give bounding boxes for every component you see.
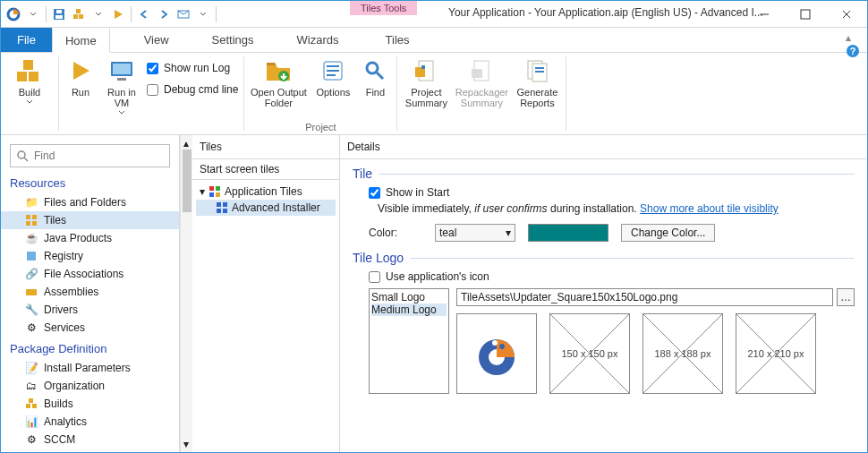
svg-line-35 [24, 158, 28, 161]
params-icon: 📝 [24, 361, 38, 375]
collapse-icon[interactable]: ▾ [200, 185, 205, 198]
nav-files-folders[interactable]: 📁Files and Folders [1, 193, 179, 211]
left-scrollbar[interactable]: ▴ ▾ [180, 135, 192, 452]
nav-organization[interactable]: 🗂Organization [1, 377, 179, 395]
tab-view[interactable]: View [132, 28, 182, 52]
open-output-folder-button[interactable]: Open Output Folder [250, 56, 307, 108]
scroll-down-icon[interactable]: ▾ [183, 438, 189, 450]
qat-chevron-icon[interactable] [196, 7, 210, 21]
color-swatch [528, 224, 608, 242]
logo-path-field[interactable]: TileAssets\Updater_Square150x150Logo.png [456, 288, 833, 306]
sccm-icon: ⚙ [24, 432, 38, 447]
qat-chevron-icon[interactable] [26, 7, 40, 21]
scroll-thumb[interactable] [183, 150, 191, 212]
help-icon[interactable]: ? [846, 44, 860, 58]
nav-file-assoc[interactable]: 🔗File Associations [1, 265, 179, 283]
generate-reports-button[interactable]: Generate Reports [514, 56, 560, 108]
svg-text:?: ? [850, 46, 856, 56]
svg-point-56 [492, 340, 498, 346]
find-box[interactable] [10, 144, 170, 167]
main-tabs: File Home View Settings Wizards Tiles ▴ … [1, 28, 867, 53]
builds-icon [24, 397, 38, 411]
build-label: Build [19, 87, 40, 98]
change-color-button[interactable]: Change Color... [621, 224, 715, 242]
minimize-button[interactable] [744, 1, 785, 27]
close-button[interactable] [826, 1, 867, 27]
tab-settings[interactable]: Settings [200, 28, 267, 52]
browse-button[interactable]: … [837, 288, 855, 306]
options-button[interactable]: Options [312, 56, 353, 98]
nav-drivers[interactable]: 🔧Drivers [1, 301, 179, 319]
logo-slot-188[interactable]: 188 x 188 px [642, 313, 723, 394]
svg-rect-43 [32, 404, 37, 408]
logo-slot-210[interactable]: 210 x 210 px [736, 313, 816, 394]
scroll-up-icon[interactable]: ▴ [183, 137, 189, 150]
run-in-vm-button[interactable]: Run in VM [102, 56, 141, 115]
run-label: Run [72, 87, 89, 98]
svg-line-24 [377, 73, 383, 79]
use-app-icon-check[interactable]: Use application's icon [369, 270, 855, 283]
svg-rect-48 [216, 192, 220, 197]
svg-rect-42 [26, 404, 30, 408]
debug-cmd-check[interactable]: Debug cmd line [147, 83, 238, 96]
svg-rect-4 [73, 14, 78, 19]
back-icon[interactable] [137, 7, 151, 21]
resources-header: Resources [1, 176, 179, 193]
visibility-link[interactable]: Show more about tile visiblity [640, 202, 779, 215]
svg-rect-14 [23, 60, 33, 70]
nav-assemblies[interactable]: Assemblies [1, 283, 179, 301]
logo-size-medium[interactable]: Medium Logo [371, 303, 447, 316]
logo-slot-150[interactable]: 150 x 150 px [549, 313, 630, 394]
logo-size-small[interactable]: Small Logo [371, 291, 447, 303]
tab-wizards[interactable]: Wizards [285, 28, 352, 52]
maximize-button[interactable] [785, 1, 826, 27]
svg-point-55 [499, 344, 505, 349]
svg-rect-50 [223, 202, 227, 207]
tab-home[interactable]: Home [52, 28, 110, 53]
run-in-vm-label: Run in VM [102, 87, 141, 108]
run-icon[interactable] [111, 7, 125, 21]
tree-advanced-installer[interactable]: Advanced Installer [196, 200, 336, 216]
show-in-start-check[interactable]: Show in Start [369, 186, 855, 199]
nav-builds[interactable]: Builds [1, 395, 179, 413]
chart-icon: 📊 [24, 415, 38, 429]
ribbon: Build Run Run in VM Show run Log [1, 53, 867, 135]
build-icon[interactable] [72, 7, 86, 21]
svg-rect-40 [27, 252, 36, 261]
svg-rect-33 [535, 71, 544, 73]
mail-icon[interactable] [176, 7, 191, 21]
color-select[interactable]: teal▾ [435, 224, 515, 242]
find-input[interactable] [34, 150, 168, 162]
details-pane: Details Tile Show in Start Visible immed… [340, 135, 867, 452]
tab-tiles[interactable]: Tiles [370, 28, 426, 52]
show-run-log-check[interactable]: Show run Log [147, 62, 238, 74]
svg-rect-32 [535, 67, 544, 69]
svg-rect-45 [209, 186, 214, 191]
tiles-pane-title: Tiles [192, 135, 339, 159]
visibility-info: Visible immediately, if user confirms du… [378, 202, 855, 215]
tab-file[interactable]: File [1, 28, 52, 52]
nav-registry[interactable]: Registry [1, 247, 179, 265]
run-button[interactable]: Run [64, 56, 97, 98]
nav-services[interactable]: ⚙Services [1, 319, 179, 337]
forward-icon[interactable] [157, 7, 171, 21]
project-summary-button[interactable]: Project Summary [403, 56, 449, 108]
titlebar: Tiles Tools Your Application - Your Appl… [1, 1, 867, 28]
nav-java[interactable]: ☕Java Products [1, 229, 179, 247]
qat-chevron-icon[interactable] [91, 7, 106, 21]
nav-install-params[interactable]: 📝Install Parameters [1, 359, 179, 377]
java-icon: ☕ [24, 231, 38, 245]
pkgdef-header: Package Definition [1, 342, 179, 359]
build-button[interactable]: Build [6, 56, 53, 104]
windows-icon [216, 201, 228, 214]
nav-analytics[interactable]: 📊Analytics [1, 413, 179, 431]
save-icon[interactable] [52, 7, 66, 21]
nav-tiles[interactable]: Tiles [1, 211, 179, 229]
find-button[interactable]: Find [359, 56, 391, 98]
svg-rect-16 [113, 64, 131, 74]
link-icon: 🔗 [24, 267, 38, 281]
nav-sccm[interactable]: ⚙SCCM [1, 431, 179, 449]
tree-app-tiles[interactable]: ▾ Application Tiles [196, 184, 336, 200]
logo-size-list[interactable]: Small Logo Medium Logo [369, 288, 449, 394]
ribbon-collapse-icon[interactable]: ▴ [846, 31, 851, 44]
